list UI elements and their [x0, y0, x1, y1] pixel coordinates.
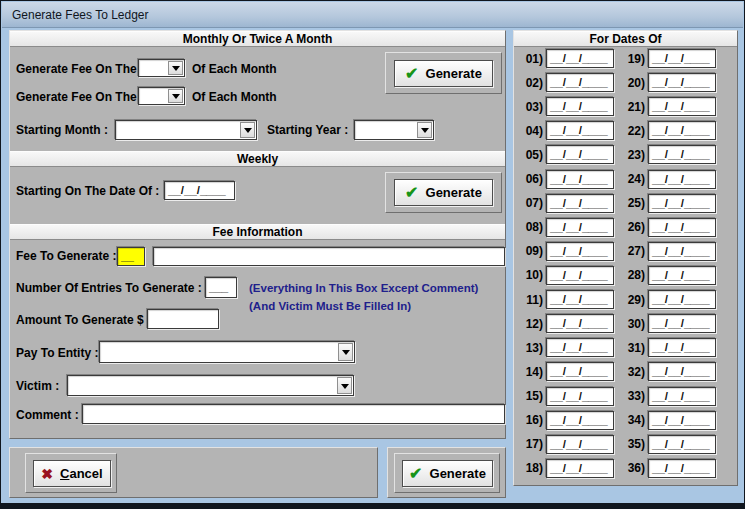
victim-select[interactable]	[67, 375, 354, 396]
weekly-start-date-input[interactable]: __/__/____	[164, 181, 235, 200]
day-of-month-select-1[interactable]	[138, 59, 185, 77]
generate-fee-on-label-2: Generate Fee On The	[16, 90, 137, 105]
x-icon: ✖	[41, 467, 53, 481]
chevron-down-icon[interactable]	[168, 61, 183, 75]
date-row: 07)__/__/____25)__/__/____	[518, 194, 732, 213]
weekly-generate-button[interactable]: ✔ Generate	[394, 179, 493, 206]
date-input[interactable]: __/__/____	[546, 242, 614, 261]
date-input[interactable]: __/__/____	[648, 314, 716, 333]
chevron-down-icon[interactable]	[168, 89, 183, 103]
date-input[interactable]: __/__/____	[546, 266, 614, 285]
date-number-label: 11)	[518, 293, 543, 307]
date-input[interactable]: __/__/____	[546, 459, 614, 478]
date-number-label: 03)	[518, 100, 543, 114]
starting-year-select[interactable]	[354, 120, 434, 140]
date-input[interactable]: __/__/____	[648, 387, 716, 406]
date-number-label: 26)	[620, 220, 645, 234]
fee-name-input[interactable]	[153, 247, 505, 266]
monthly-section-header: Monthly Or Twice A Month	[10, 31, 505, 47]
date-input[interactable]: __/__/____	[648, 362, 716, 381]
for-dates-header: For Dates Of	[514, 31, 737, 47]
date-number-label: 16)	[518, 413, 543, 427]
date-input[interactable]: __/__/____	[546, 49, 614, 68]
date-number-label: 12)	[518, 317, 543, 331]
date-input[interactable]: __/__/____	[648, 73, 716, 92]
window-frame-bottom	[1, 503, 744, 508]
date-input[interactable]: __/__/____	[546, 338, 614, 357]
chevron-down-icon[interactable]	[337, 377, 352, 394]
date-number-label: 30)	[620, 317, 645, 331]
date-row: 06)__/__/____24)__/__/____	[518, 170, 732, 189]
cancel-label: Cancel	[60, 466, 103, 481]
date-input[interactable]: __/__/____	[546, 435, 614, 454]
date-input[interactable]: __/__/____	[648, 459, 716, 478]
date-input[interactable]: __/__/____	[648, 194, 716, 213]
date-input[interactable]: __/__/____	[648, 145, 716, 164]
date-row: 17)__/__/____35)__/__/____	[518, 435, 732, 454]
date-input[interactable]: __/__/____	[648, 242, 716, 261]
entries-count-label: Number Of Entries To Generate :	[16, 281, 202, 296]
day-of-month-select-2[interactable]	[138, 87, 185, 105]
starting-month-label: Starting Month :	[16, 123, 108, 138]
date-row: 13)__/__/____31)__/__/____	[518, 338, 732, 357]
of-each-month-label-1: Of Each Month	[192, 62, 277, 77]
main-form-panel: Monthly Or Twice A Month Generate Fee On…	[9, 30, 506, 439]
victim-label: Victim :	[16, 379, 59, 394]
date-input[interactable]: __/__/____	[546, 145, 614, 164]
date-input[interactable]: __/__/____	[648, 170, 716, 189]
starting-month-select[interactable]	[115, 120, 257, 140]
date-input[interactable]: __/__/____	[648, 411, 716, 430]
date-number-label: 35)	[620, 437, 645, 451]
date-number-label: 19)	[620, 52, 645, 66]
date-number-label: 07)	[518, 196, 543, 210]
weekly-generate-label: Generate	[426, 185, 482, 200]
date-number-label: 08)	[518, 220, 543, 234]
date-input[interactable]: __/__/____	[648, 290, 716, 309]
date-row: 02)__/__/____20)__/__/____	[518, 73, 732, 92]
date-number-label: 14)	[518, 365, 543, 379]
date-row: 01)__/__/____19)__/__/____	[518, 49, 732, 68]
date-row: 05)__/__/____23)__/__/____	[518, 145, 732, 164]
cancel-button[interactable]: ✖ Cancel	[33, 460, 111, 487]
date-input[interactable]: __/__/____	[648, 49, 716, 68]
check-icon: ✔	[405, 186, 418, 200]
pay-to-entity-label: Pay To Entity :	[16, 346, 98, 361]
date-input[interactable]: __/__/____	[648, 97, 716, 116]
date-input[interactable]: __/__/____	[648, 266, 716, 285]
footer-generate-button[interactable]: ✔ Generate	[402, 460, 493, 487]
comment-input[interactable]	[82, 404, 505, 424]
date-input[interactable]: __/__/____	[546, 314, 614, 333]
date-input[interactable]: __/__/____	[648, 218, 716, 237]
amount-input[interactable]	[147, 309, 219, 329]
date-input[interactable]: __/__/____	[546, 362, 614, 381]
date-number-label: 04)	[518, 124, 543, 138]
date-input[interactable]: __/__/____	[546, 121, 614, 140]
date-number-label: 27)	[620, 244, 645, 258]
fee-code-input[interactable]: __	[117, 247, 145, 266]
date-input[interactable]: __/__/____	[546, 290, 614, 309]
date-input[interactable]: __/__/____	[546, 218, 614, 237]
date-input[interactable]: __/__/____	[546, 170, 614, 189]
chevron-down-icon[interactable]	[417, 122, 432, 138]
chevron-down-icon[interactable]	[338, 343, 353, 361]
date-input[interactable]: __/__/____	[546, 194, 614, 213]
date-input[interactable]: __/__/____	[546, 387, 614, 406]
pay-to-entity-select[interactable]	[99, 341, 355, 363]
date-number-label: 29)	[620, 293, 645, 307]
date-row: 09)__/__/____27)__/__/____	[518, 242, 732, 261]
generate-fees-dialog: Generate Fees To Ledger Monthly Or Twice…	[0, 0, 745, 509]
hint-line-2: (And Victim Must Be Filled In)	[249, 299, 411, 314]
date-input[interactable]: __/__/____	[546, 97, 614, 116]
date-input[interactable]: __/__/____	[546, 411, 614, 430]
date-input[interactable]: __/__/____	[648, 435, 716, 454]
monthly-generate-button[interactable]: ✔ Generate	[394, 60, 493, 87]
date-input[interactable]: __/__/____	[648, 121, 716, 140]
entries-count-input[interactable]: ___	[205, 277, 237, 298]
date-number-label: 33)	[620, 389, 645, 403]
chevron-down-icon[interactable]	[240, 122, 255, 138]
date-input[interactable]: __/__/____	[648, 338, 716, 357]
date-number-label: 13)	[518, 341, 543, 355]
date-input[interactable]: __/__/____	[546, 73, 614, 92]
date-number-label: 24)	[620, 172, 645, 186]
monthly-generate-label: Generate	[426, 66, 482, 81]
